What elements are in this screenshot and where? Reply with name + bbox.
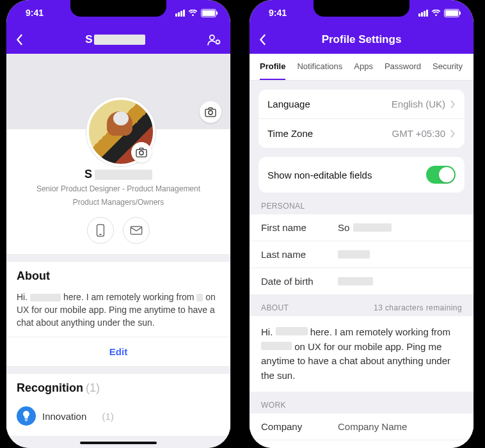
language-value: English (UK): [392, 99, 445, 109]
contact-row: [6, 217, 230, 244]
nav-bar: Profile Settings: [250, 26, 473, 54]
camera-icon: [136, 147, 147, 157]
camera-icon: [205, 107, 216, 117]
svg-rect-8: [131, 226, 142, 234]
mobile-icon: [96, 224, 105, 237]
work-group-label: WORK: [250, 392, 473, 413]
about-remaining: 13 characters remaining: [374, 303, 462, 312]
first-name-row[interactable]: First name So: [250, 214, 473, 241]
notch: [314, 0, 409, 17]
signal-icon: [418, 10, 428, 17]
toggle-label: Show non-editable fields: [267, 170, 372, 180]
status-icons: [175, 9, 216, 17]
tab-apps[interactable]: Apps: [354, 54, 373, 80]
phone-button[interactable]: [87, 217, 114, 244]
about-value[interactable]: Hi. here. I am remotely working from on …: [250, 316, 473, 392]
job-title: Senior Product Designer - Product Manage…: [6, 184, 230, 195]
external-id-row[interactable]: External ID external_ID: [250, 440, 473, 448]
svg-rect-9: [25, 419, 28, 420]
profile-settings-icon[interactable]: [207, 34, 221, 45]
change-avatar-button[interactable]: [131, 142, 152, 163]
first-name-value: So: [338, 222, 392, 233]
tab-notifications[interactable]: Notifications: [297, 54, 342, 80]
screen-body: S Senior Product Designer - Product Mana…: [6, 54, 230, 448]
last-name-row[interactable]: Last name: [250, 241, 473, 268]
back-icon[interactable]: [258, 34, 266, 45]
tab-security[interactable]: Security: [433, 54, 463, 80]
recognition-item[interactable]: Innovation (1): [6, 403, 230, 436]
svg-rect-7: [99, 234, 102, 234]
timezone-label: Time Zone: [267, 128, 313, 139]
profile-settings-screen: 9:41 Profile Settings Profile Notificati…: [250, 0, 473, 448]
home-indicator[interactable]: [80, 442, 157, 444]
svg-point-5: [139, 151, 143, 155]
status-bar: 9:41: [6, 0, 230, 26]
personal-list: First name So Last name Date of birth: [250, 214, 473, 294]
show-noneditable-toggle[interactable]: [426, 166, 456, 184]
screen-body: Profile Notifications Apps Password Secu…: [250, 54, 473, 448]
last-name-value: [338, 249, 370, 260]
language-row[interactable]: Language English (UK): [258, 90, 465, 119]
company-value: Company Name: [338, 421, 407, 432]
status-bar: 9:41: [250, 0, 473, 26]
company-row[interactable]: Company Company Name: [250, 413, 473, 440]
locale-card: Language English (UK) Time Zone GMT +05:…: [258, 90, 465, 148]
about-section: About Hi. here. I am remotely working fr…: [6, 261, 230, 367]
tab-profile[interactable]: Profile: [260, 54, 285, 80]
profile-screen: 9:41 S S Senior: [6, 0, 230, 448]
status-time: 9:41: [269, 8, 287, 18]
team: Product Managers/Owners: [6, 197, 230, 208]
personal-group-label: PERSONAL: [250, 193, 473, 214]
edit-about-button[interactable]: Edit: [6, 337, 230, 366]
recognition-section: Recognition(1) Innovation (1): [6, 373, 230, 436]
timezone-row[interactable]: Time Zone GMT +05:30: [258, 119, 465, 148]
mail-icon: [130, 226, 143, 235]
tab-bar: Profile Notifications Apps Password Secu…: [250, 54, 473, 81]
language-label: Language: [267, 99, 310, 109]
status-icons: [418, 9, 459, 17]
dob-value: [338, 276, 373, 287]
profile-name: S: [84, 168, 152, 181]
chevron-right-icon: [450, 100, 456, 108]
nav-bar: S: [6, 26, 230, 54]
show-noneditable-row: Show non-editable fields: [258, 157, 465, 193]
avatar-container: [86, 97, 150, 161]
toggle-card: Show non-editable fields: [258, 157, 465, 193]
battery-icon: [201, 9, 216, 17]
work-list: Company Company Name External ID externa…: [250, 413, 473, 448]
page-title: Profile Settings: [322, 33, 402, 46]
about-heading: About: [6, 262, 230, 291]
notch: [70, 0, 166, 17]
tab-password[interactable]: Password: [385, 54, 421, 80]
wifi-icon: [431, 10, 441, 17]
wifi-icon: [188, 10, 198, 17]
signal-icon: [175, 10, 185, 17]
battery-icon: [444, 9, 459, 17]
status-time: 9:41: [26, 8, 44, 18]
back-icon[interactable]: [15, 34, 23, 45]
chevron-right-icon: [450, 130, 456, 138]
svg-point-3: [209, 111, 212, 115]
email-button[interactable]: [123, 217, 150, 244]
timezone-value: GMT +05:30: [392, 128, 445, 139]
about-text: Hi. here. I am remotely working from on …: [6, 291, 230, 337]
svg-point-0: [210, 35, 214, 40]
change-cover-button[interactable]: [200, 101, 221, 123]
dob-row[interactable]: Date of birth: [250, 268, 473, 294]
about-group-label: ABOUT 13 characters remaining: [250, 294, 473, 316]
recognition-heading: Recognition(1): [6, 374, 230, 403]
svg-rect-10: [25, 420, 28, 421]
page-title: S: [85, 33, 145, 46]
lightbulb-icon: [17, 406, 36, 426]
